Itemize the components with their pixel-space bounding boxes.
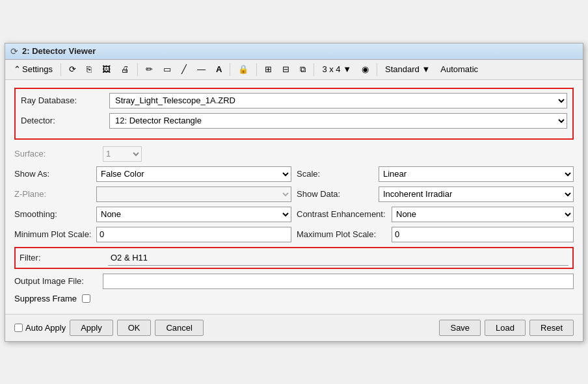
smoothing-contrast-row: Smoothing: None 1x Contrast Enhancement:…: [14, 207, 574, 222]
settings-button[interactable]: ⌃ Settings: [9, 62, 57, 76]
smoothing-label: Smoothing:: [14, 209, 92, 219]
show-data-group: Show Data: Incoherent Irradiar Coherent …: [297, 186, 574, 202]
rect-button[interactable]: ▭: [159, 62, 176, 76]
ray-database-row: Ray Database: Stray_Light_Telescope_1A.Z…: [21, 93, 567, 109]
output-input[interactable]: [103, 274, 574, 289]
scale-label: Scale:: [297, 169, 375, 179]
toolbar: ⌃ Settings ⟳ ⎘ 🖼 🖨 ✏ ▭ ╱ — A 🔒 ⊞ ⊟ ⧉ 3 x…: [5, 60, 583, 80]
show-as-label: Show As:: [14, 169, 92, 179]
zplane-select[interactable]: [96, 186, 291, 202]
dash-button[interactable]: —: [193, 62, 210, 76]
chevron-up-icon: ⌃: [14, 64, 21, 74]
automatic-button[interactable]: Automatic: [436, 62, 483, 76]
title-bar: ⟳ 2: Detector Viewer: [5, 44, 583, 60]
text-button[interactable]: A: [211, 62, 226, 76]
window-title: 2: Detector Viewer: [22, 46, 96, 56]
ray-database-select[interactable]: Stray_Light_Telescope_1A.ZRD: [109, 93, 567, 109]
contrast-label: Contrast Enhancement:: [297, 209, 388, 219]
window-icon: ⟳: [10, 46, 18, 57]
grid-size-button[interactable]: 3 x 4 ▼: [317, 62, 356, 76]
highlighted-group: Ray Database: Stray_Light_Telescope_1A.Z…: [14, 88, 574, 140]
standard-button[interactable]: Standard ▼: [381, 62, 434, 76]
lock-button[interactable]: 🔒: [234, 62, 253, 76]
plot-scale-row: Minimum Plot Scale: Maximum Plot Scale:: [14, 227, 574, 242]
print-button[interactable]: 🖨: [116, 62, 134, 76]
footer: Auto Apply Apply OK Cancel Save Load Res…: [5, 314, 583, 341]
content-area: Ray Database: Stray_Light_Telescope_1A.Z…: [5, 80, 583, 314]
scale-select[interactable]: Linear Log: [379, 166, 574, 182]
filter-row: Filter:: [14, 247, 574, 269]
auto-apply-checkbox[interactable]: [14, 324, 23, 332]
save-button[interactable]: Save: [439, 320, 481, 336]
detector-row: Detector: 12: Detector Rectangle: [21, 113, 567, 129]
show-data-select[interactable]: Incoherent Irradiar Coherent Irradiance: [379, 186, 574, 202]
cancel-button[interactable]: Cancel: [155, 320, 203, 336]
toolbar-separator-2: [137, 63, 138, 76]
show-as-scale-row: Show As: False Color Greyscale Scale: Li…: [14, 166, 574, 182]
zplane-label: Z-Plane:: [14, 189, 92, 199]
layers-button[interactable]: ⧉: [295, 62, 310, 77]
suppress-label: Suppress Frame: [14, 294, 77, 303]
toolbar-separator-5: [314, 63, 314, 76]
min-plot-input[interactable]: [96, 227, 291, 242]
main-window: ⟳ 2: Detector Viewer ⌃ Settings ⟳ ⎘ 🖼 🖨 …: [5, 43, 583, 342]
smoothing-select[interactable]: None 1x: [96, 207, 291, 222]
filter-label: Filter:: [20, 253, 104, 262]
toolbar-separator-6: [377, 63, 377, 76]
smoothing-group: Smoothing: None 1x: [14, 207, 291, 222]
surface-row: Surface: 1: [14, 146, 574, 162]
max-plot-label: Maximum Plot Scale:: [297, 229, 388, 239]
ray-database-label: Ray Database:: [21, 96, 105, 105]
toolbar-separator-3: [230, 63, 230, 76]
filter-input[interactable]: [108, 250, 568, 266]
zplane-showdata-row: Z-Plane: Show Data: Incoherent Irradiar …: [14, 186, 574, 202]
output-row: Output Image File:: [14, 274, 574, 289]
line-button[interactable]: ╱: [177, 62, 191, 76]
surface-label: Surface:: [14, 149, 99, 159]
contrast-group: Contrast Enhancement: None Low: [297, 207, 574, 222]
grid-button[interactable]: ⊞: [260, 62, 276, 76]
min-plot-label: Minimum Plot Scale:: [14, 229, 92, 239]
copy-button[interactable]: ⎘: [82, 62, 96, 76]
surface-select[interactable]: 1: [103, 146, 142, 162]
auto-apply-label: Auto Apply: [14, 323, 66, 333]
ok-button[interactable]: OK: [117, 320, 152, 336]
show-as-group: Show As: False Color Greyscale: [14, 166, 291, 182]
max-plot-input[interactable]: [392, 227, 574, 242]
contrast-select[interactable]: None Low: [392, 207, 574, 222]
zplane-group: Z-Plane:: [14, 186, 291, 202]
show-data-label: Show Data:: [297, 189, 375, 199]
detector-select[interactable]: 12: Detector Rectangle: [109, 113, 567, 129]
toolbar-separator-1: [60, 63, 61, 76]
apply-button[interactable]: Apply: [70, 320, 113, 336]
pencil-button[interactable]: ✏: [141, 62, 157, 76]
reset-button[interactable]: Reset: [529, 320, 574, 336]
min-plot-group: Minimum Plot Scale:: [14, 227, 291, 242]
refresh-button[interactable]: ⟳: [64, 62, 81, 76]
suppress-checkbox[interactable]: [82, 294, 90, 303]
max-plot-group: Maximum Plot Scale:: [297, 227, 574, 242]
output-label: Output Image File:: [14, 276, 99, 286]
toolbar-separator-4: [256, 63, 257, 76]
show-as-select[interactable]: False Color Greyscale: [96, 166, 291, 182]
suppress-row: Suppress Frame: [14, 294, 574, 303]
detector-label: Detector:: [21, 116, 105, 125]
load-button[interactable]: Load: [485, 320, 526, 336]
layout-button[interactable]: ⊟: [278, 62, 294, 76]
save-image-button[interactable]: 🖼: [98, 62, 115, 76]
scale-group: Scale: Linear Log: [297, 166, 574, 182]
clock-button[interactable]: ◉: [357, 62, 373, 76]
